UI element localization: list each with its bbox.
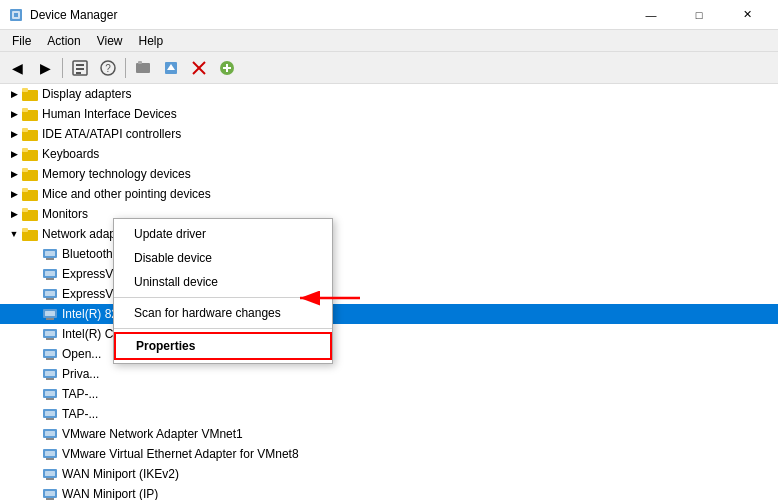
context-menu-properties[interactable]: Properties	[114, 332, 332, 360]
svg-text:?: ?	[105, 63, 111, 74]
expand-arrow[interactable]	[28, 268, 40, 280]
svg-rect-5	[76, 68, 84, 70]
uninstall-button[interactable]	[186, 55, 212, 81]
svg-rect-10	[138, 61, 142, 64]
tree-item-icon	[42, 266, 58, 282]
context-menu-item[interactable]: Scan for hardware changes	[114, 301, 332, 325]
tree-item[interactable]: ▶ Memory technology devices	[0, 164, 778, 184]
svg-rect-33	[22, 228, 28, 232]
expand-arrow[interactable]	[28, 328, 40, 340]
menu-bar: File Action View Help	[0, 30, 778, 52]
svg-rect-66	[45, 451, 55, 456]
svg-rect-38	[46, 278, 54, 280]
expand-arrow[interactable]: ▶	[8, 88, 20, 100]
tree-item[interactable]: VMware Network Adapter VMnet1	[0, 424, 778, 444]
tree-item-icon	[22, 146, 38, 162]
tree-item-icon	[42, 446, 58, 462]
toolbar-separator-2	[125, 58, 126, 78]
tree-item-icon	[22, 166, 38, 182]
svg-rect-39	[45, 271, 55, 276]
tree-item[interactable]: ▶ Human Interface Devices	[0, 104, 778, 124]
expand-arrow[interactable]	[28, 368, 40, 380]
tree-item-icon	[42, 426, 58, 442]
svg-rect-60	[45, 411, 55, 416]
maximize-button[interactable]: □	[676, 0, 722, 30]
tree-item[interactable]: ▶ IDE ATA/ATAPI controllers	[0, 124, 778, 144]
back-button[interactable]: ◀	[4, 55, 30, 81]
add-device-button[interactable]	[214, 55, 240, 81]
minimize-button[interactable]: —	[628, 0, 674, 30]
svg-rect-19	[22, 88, 28, 92]
expand-arrow[interactable]	[28, 448, 40, 460]
properties-button[interactable]	[67, 55, 93, 81]
expand-arrow[interactable]	[28, 288, 40, 300]
svg-rect-2	[14, 13, 18, 17]
svg-rect-36	[45, 251, 55, 256]
expand-arrow[interactable]	[28, 348, 40, 360]
expand-arrow[interactable]: ▼	[8, 228, 20, 240]
expand-arrow[interactable]	[28, 488, 40, 500]
tree-item-label: TAP-...	[62, 387, 98, 401]
expand-arrow[interactable]	[28, 468, 40, 480]
svg-rect-44	[46, 318, 54, 320]
expand-arrow[interactable]	[28, 248, 40, 260]
expand-arrow[interactable]: ▶	[8, 208, 20, 220]
tree-item-icon	[42, 306, 58, 322]
tree-item-icon	[22, 206, 38, 222]
svg-rect-51	[45, 351, 55, 356]
tree-item-label: Keyboards	[42, 147, 99, 161]
help-button[interactable]: ?	[95, 55, 121, 81]
expand-arrow[interactable]	[28, 388, 40, 400]
scan-button[interactable]	[130, 55, 156, 81]
tree-item-label: Monitors	[42, 207, 88, 221]
expand-arrow[interactable]: ▶	[8, 128, 20, 140]
context-menu-separator	[114, 328, 332, 329]
tree-item-icon	[42, 386, 58, 402]
tree-item[interactable]: Priva...	[0, 364, 778, 384]
expand-arrow[interactable]: ▶	[8, 168, 20, 180]
menu-help[interactable]: Help	[131, 32, 172, 50]
expand-arrow[interactable]	[28, 408, 40, 420]
expand-arrow[interactable]: ▶	[8, 148, 20, 160]
tree-item-label: WAN Miniport (IP)	[62, 487, 158, 500]
expand-arrow[interactable]: ▶	[8, 108, 20, 120]
tree-item-icon	[42, 366, 58, 382]
context-menu-item[interactable]: Update driver	[114, 222, 332, 246]
svg-rect-45	[45, 311, 55, 316]
expand-arrow[interactable]	[28, 428, 40, 440]
tree-item-icon	[42, 246, 58, 262]
tree-item-label: Open...	[62, 347, 101, 361]
expand-arrow[interactable]	[28, 308, 40, 320]
svg-rect-23	[22, 128, 28, 132]
tree-item[interactable]: VMware Virtual Ethernet Adapter for VMne…	[0, 444, 778, 464]
update-driver-button[interactable]	[158, 55, 184, 81]
menu-view[interactable]: View	[89, 32, 131, 50]
tree-item-label: Memory technology devices	[42, 167, 191, 181]
svg-rect-54	[45, 371, 55, 376]
tree-item[interactable]: WAN Miniport (IP)	[0, 484, 778, 500]
tree-item[interactable]: TAP-...	[0, 384, 778, 404]
tree-item-label: Display adapters	[42, 87, 131, 101]
context-menu-item[interactable]: Uninstall device	[114, 270, 332, 294]
context-menu-item[interactable]: Disable device	[114, 246, 332, 270]
tree-item[interactable]: TAP-...	[0, 404, 778, 424]
tree-item-label: Human Interface Devices	[42, 107, 177, 121]
tree-item[interactable]: WAN Miniport (IKEv2)	[0, 464, 778, 484]
context-menu: Update driverDisable deviceUninstall dev…	[113, 218, 333, 364]
menu-file[interactable]: File	[4, 32, 39, 50]
window-title: Device Manager	[30, 8, 628, 22]
svg-rect-4	[76, 64, 84, 66]
svg-rect-59	[46, 418, 54, 420]
expand-arrow[interactable]: ▶	[8, 188, 20, 200]
tree-item-icon	[22, 86, 38, 102]
tree-item[interactable]: ▶ Keyboards	[0, 144, 778, 164]
tree-item[interactable]: ▶ Mice and other pointing devices	[0, 184, 778, 204]
forward-button[interactable]: ▶	[32, 55, 58, 81]
close-button[interactable]: ✕	[724, 0, 770, 30]
svg-rect-31	[22, 208, 28, 212]
tree-item[interactable]: ▶ Display adapters	[0, 84, 778, 104]
tree-item-icon	[42, 286, 58, 302]
svg-rect-63	[45, 431, 55, 436]
svg-rect-25	[22, 148, 28, 152]
menu-action[interactable]: Action	[39, 32, 88, 50]
